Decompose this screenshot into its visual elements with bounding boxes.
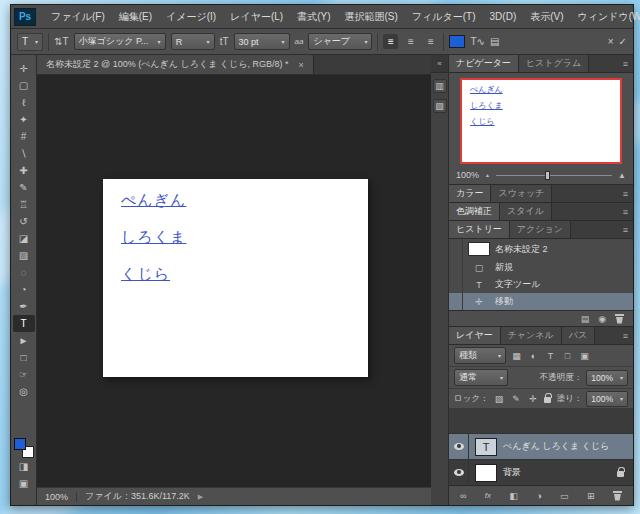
- menu-image[interactable]: イメージ(I): [159, 5, 223, 29]
- lock-pixels-icon[interactable]: ✎: [510, 394, 523, 404]
- gradient-tool[interactable]: ▨: [13, 247, 35, 264]
- align-center-button[interactable]: ≡: [403, 34, 418, 49]
- navigator-preview[interactable]: ぺんぎん しろくま くじら: [460, 78, 622, 164]
- delete-layer-icon[interactable]: [613, 491, 622, 501]
- text-color-swatch[interactable]: [449, 35, 465, 48]
- toggle-panels-icon[interactable]: ▤: [490, 36, 499, 47]
- layer-name[interactable]: ぺんぎん しろくま くじら: [503, 440, 609, 453]
- slider-thumb[interactable]: [545, 171, 550, 180]
- menu-3d[interactable]: 3D(D): [483, 5, 524, 29]
- tab-actions[interactable]: アクション: [510, 221, 571, 238]
- tab-navigator[interactable]: ナビゲーター: [449, 55, 519, 72]
- lock-position-icon[interactable]: ✛: [527, 394, 540, 404]
- status-menu-arrow-icon[interactable]: ▶: [198, 493, 203, 501]
- filter-smart-object-icon[interactable]: ▣: [578, 351, 591, 361]
- filter-pixel-layers-icon[interactable]: ▦: [510, 351, 523, 361]
- pen-tool[interactable]: ✒: [13, 298, 35, 315]
- lock-transparency-icon[interactable]: ▨: [493, 394, 506, 404]
- quick-selection-tool[interactable]: ✦: [13, 111, 35, 128]
- menu-file[interactable]: ファイル(F): [44, 5, 112, 29]
- lock-all-icon[interactable]: [544, 397, 551, 403]
- panel-menu-icon[interactable]: ≡: [623, 185, 633, 202]
- menu-window[interactable]: ウィンドウ(W): [571, 5, 640, 29]
- layer-style-icon[interactable]: fx: [485, 491, 491, 500]
- visibility-toggle[interactable]: [449, 434, 469, 459]
- crop-tool[interactable]: #: [13, 128, 35, 145]
- new-layer-icon[interactable]: ⊞: [587, 491, 595, 501]
- eraser-tool[interactable]: ◪: [13, 230, 35, 247]
- layer-row-text-layer[interactable]: T ぺんぎん しろくま くじら: [449, 433, 633, 459]
- layer-group-icon[interactable]: ▭: [560, 491, 569, 501]
- history-source-checkbox[interactable]: [449, 276, 463, 293]
- tab-styles[interactable]: スタイル: [500, 203, 552, 220]
- menu-filter[interactable]: フィルター(T): [405, 5, 483, 29]
- foreground-color-swatch[interactable]: [14, 438, 26, 450]
- path-selection-tool[interactable]: ►: [13, 332, 35, 349]
- cancel-icon[interactable]: ×: [608, 36, 614, 47]
- menu-layer[interactable]: レイヤー(L): [223, 5, 290, 29]
- background-layer-thumbnail[interactable]: [475, 464, 497, 482]
- zoom-in-icon[interactable]: ▲: [618, 171, 626, 180]
- dodge-tool[interactable]: ◔: [13, 281, 35, 298]
- status-zoom-value[interactable]: 100%: [45, 492, 68, 502]
- history-source-checkbox[interactable]: [449, 239, 463, 259]
- lasso-tool[interactable]: ℓ: [13, 94, 35, 111]
- tab-layers[interactable]: レイヤー: [449, 327, 501, 344]
- filter-kind-dropdown[interactable]: 種類 ▾: [454, 347, 506, 364]
- layer-mask-icon[interactable]: ◧: [509, 491, 518, 501]
- tool-preset-dropdown[interactable]: T ▾: [17, 33, 43, 51]
- history-source-checkbox[interactable]: [449, 259, 463, 276]
- doc-text-line[interactable]: くじら: [121, 265, 350, 284]
- doc-text-line[interactable]: ぺんぎん: [121, 191, 350, 210]
- tab-swatches[interactable]: スウォッチ: [491, 185, 552, 202]
- panel-menu-icon[interactable]: ≡: [623, 221, 633, 238]
- move-tool[interactable]: ✛: [13, 60, 35, 77]
- tab-channels[interactable]: チャンネル: [501, 327, 562, 344]
- quick-mask-icon[interactable]: ◨: [13, 458, 35, 475]
- zoom-tool[interactable]: ◎: [13, 383, 35, 400]
- menu-edit[interactable]: 編集(E): [112, 5, 159, 29]
- font-family-dropdown[interactable]: 小塚ゴシック P... ▾: [74, 33, 166, 50]
- eyedropper-tool[interactable]: ∖: [13, 145, 35, 162]
- tab-adjustments[interactable]: 色調補正: [449, 203, 500, 220]
- tab-close-icon[interactable]: ×: [299, 60, 304, 70]
- clone-stamp-tool[interactable]: ♖: [13, 196, 35, 213]
- opacity-field[interactable]: 100% ▾: [586, 370, 628, 386]
- document-tab[interactable]: 名称未設定 2 @ 100% (ぺんぎん しろくま くじら, RGB/8) * …: [37, 55, 314, 74]
- document-canvas[interactable]: ぺんぎん しろくま くじら: [103, 179, 368, 377]
- foreground-background-swatches[interactable]: [14, 438, 34, 458]
- history-step-row-selected[interactable]: ✛ 移動: [449, 293, 633, 310]
- panel-menu-icon[interactable]: ≡: [623, 55, 633, 72]
- font-size-dropdown[interactable]: 30 pt ▾: [234, 33, 290, 50]
- layer-row-background[interactable]: 背景: [449, 459, 633, 485]
- commit-icon[interactable]: ✓: [619, 36, 627, 47]
- new-doc-from-state-icon[interactable]: ▤: [581, 314, 590, 324]
- delete-state-icon[interactable]: [615, 314, 624, 324]
- history-snapshot-row[interactable]: 名称未設定 2: [449, 239, 633, 259]
- docked-panel-icon-2[interactable]: ▧: [433, 99, 447, 113]
- blend-mode-dropdown[interactable]: 通常 ▾: [454, 369, 508, 386]
- menu-view[interactable]: 表示(V): [523, 5, 570, 29]
- anti-alias-dropdown[interactable]: シャープ ▾: [308, 33, 372, 50]
- font-style-dropdown[interactable]: R ▾: [171, 33, 215, 50]
- tab-history[interactable]: ヒストリー: [449, 221, 510, 238]
- canvas-area[interactable]: ぺんぎん しろくま くじら: [37, 75, 431, 487]
- history-brush-tool[interactable]: ↺: [13, 213, 35, 230]
- tab-color[interactable]: カラー: [449, 185, 491, 202]
- hand-tool[interactable]: ☞: [13, 366, 35, 383]
- rectangle-tool[interactable]: □: [13, 349, 35, 366]
- type-tool[interactable]: T: [13, 315, 35, 332]
- align-left-button[interactable]: ≡: [383, 34, 398, 49]
- navigator-zoom-slider[interactable]: [496, 175, 612, 176]
- menu-type[interactable]: 書式(Y): [290, 5, 337, 29]
- history-step-row[interactable]: ▢ 新規: [449, 259, 633, 276]
- tab-histogram[interactable]: ヒストグラム: [519, 55, 589, 72]
- tab-paths[interactable]: パス: [562, 327, 595, 344]
- zoom-out-icon[interactable]: ▲: [485, 172, 490, 178]
- screen-mode-icon[interactable]: ▣: [13, 475, 35, 492]
- adjustment-layer-icon[interactable]: ◑: [536, 491, 541, 501]
- panel-menu-icon[interactable]: ≡: [623, 327, 633, 344]
- fill-field[interactable]: 100% ▾: [586, 391, 628, 407]
- filter-adjustment-layers-icon[interactable]: ◐: [527, 351, 540, 361]
- layer-name[interactable]: 背景: [503, 466, 521, 479]
